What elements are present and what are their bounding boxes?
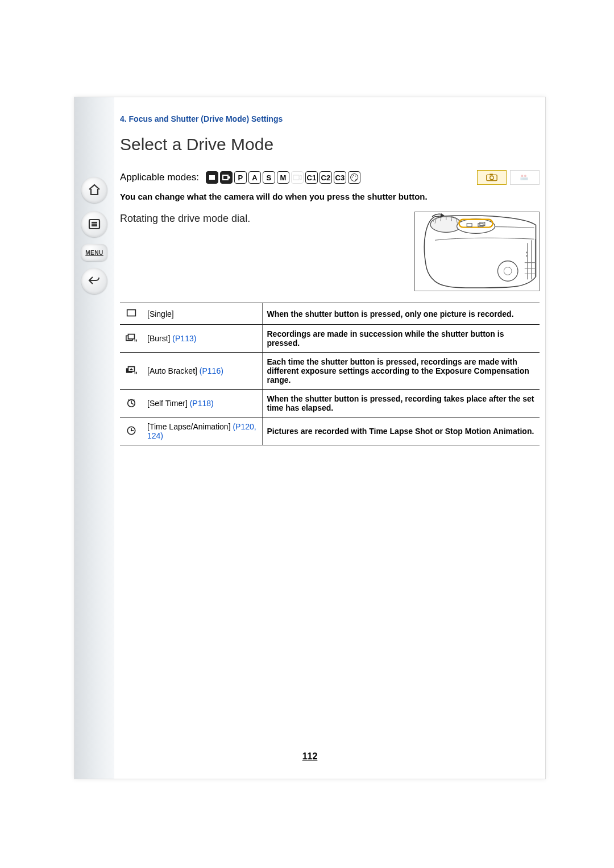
mode-m-icon: M [277, 171, 289, 184]
svg-rect-15 [521, 177, 523, 180]
manual-page: MENU 4. Focus and Shutter (Drive Mode) S… [74, 97, 546, 779]
nav-contents-button[interactable] [81, 211, 107, 237]
nav-home-button[interactable] [81, 177, 107, 203]
svg-point-51 [131, 429, 132, 431]
svg-rect-5 [293, 175, 299, 180]
single-icon [120, 303, 143, 325]
mode-name: [Burst] [147, 334, 170, 343]
table-row: [Single] When the shutter button is pres… [120, 303, 540, 325]
svg-rect-36 [127, 310, 136, 316]
page-ref-link[interactable]: (P116) [200, 366, 223, 375]
svg-line-47 [131, 403, 134, 404]
burst-icon [120, 325, 143, 353]
page-number: 112 [74, 751, 545, 762]
mode-movie-icon [291, 171, 304, 184]
page-content: 4. Focus and Shutter (Drive Mode) Settin… [120, 114, 540, 445]
table-row: [Auto Bracket] (P116) Each time the shut… [120, 353, 540, 390]
applicable-modes-label: Applicable modes: [120, 172, 199, 183]
nav-back-button[interactable] [81, 268, 107, 294]
step-text: Rotating the drive mode dial. [120, 212, 403, 225]
svg-point-13 [524, 175, 526, 177]
mode-iaplus-icon [220, 171, 233, 184]
mode-icons-group: P A S M C1 C2 C3 [206, 171, 360, 184]
svg-rect-11 [489, 174, 493, 176]
timer-icon [120, 390, 143, 418]
svg-point-35 [526, 255, 528, 257]
applicable-modes-row: Applicable modes: P A S M C1 C2 C3 [120, 170, 540, 185]
mode-name: [Single] [147, 309, 174, 319]
svg-point-34 [526, 251, 528, 253]
page-ref-link[interactable]: (P113) [172, 334, 196, 343]
page-title: Select a Drive Mode [120, 135, 540, 154]
mode-desc: Pictures are recorded with Time Lapse Sh… [262, 418, 540, 445]
timelapse-icon [120, 418, 143, 445]
back-arrow-icon [88, 274, 101, 288]
still-capture-icon [477, 170, 507, 185]
svg-point-7 [353, 175, 354, 176]
mode-name: [Time Lapse/Animation] [147, 422, 231, 431]
bracket-icon [120, 353, 143, 390]
svg-point-27 [457, 219, 495, 234]
svg-point-32 [497, 261, 517, 281]
svg-point-12 [521, 175, 523, 177]
svg-point-6 [352, 176, 353, 177]
video-capture-icon [510, 170, 540, 185]
instruction-row: Rotating the drive mode dial. [120, 212, 540, 291]
nav-menu-button[interactable]: MENU [81, 244, 107, 261]
dial-svg [415, 212, 539, 291]
mode-c1-icon: C1 [305, 171, 318, 184]
drive-modes-table: [Single] When the shutter button is pres… [120, 303, 540, 445]
svg-point-8 [355, 176, 356, 177]
mode-desc: Each time the shutter button is pressed,… [262, 353, 540, 390]
mode-name: [Auto Bracket] [147, 366, 197, 375]
list-icon [88, 217, 101, 231]
svg-point-10 [490, 176, 493, 179]
mode-p-icon: P [234, 171, 247, 184]
chapter-heading: 4. Focus and Shutter (Drive Mode) Settin… [120, 114, 540, 123]
page-ref-link[interactable]: (P118) [190, 399, 214, 408]
sidebar-band: MENU [74, 97, 114, 779]
mode-c2-icon: C2 [320, 171, 332, 184]
mode-a-icon: A [248, 171, 261, 184]
mode-ia-icon [206, 171, 218, 184]
mode-s-icon: S [263, 171, 275, 184]
mode-c3-icon: C3 [334, 171, 346, 184]
mode-desc: Recordings are made in succession while … [262, 325, 540, 353]
svg-rect-38 [128, 334, 135, 338]
intro-text: You can change what the camera will do w… [120, 192, 540, 201]
mode-creative-icon [348, 171, 360, 184]
table-row: [Burst] (P113) Recordings are made in su… [120, 325, 540, 353]
capture-mode-icons [477, 170, 540, 185]
drive-dial-illustration [414, 212, 540, 291]
mode-desc: When the shutter button is pressed, reco… [262, 390, 540, 418]
home-icon [88, 183, 101, 197]
mode-desc: When the shutter button is pressed, only… [262, 303, 540, 325]
mode-name: [Self Timer] [147, 399, 188, 408]
menu-label: MENU [85, 250, 103, 256]
table-row: [Self Timer] (P118) When the shutter but… [120, 390, 540, 418]
table-row: [Time Lapse/Animation] (P120, 124) Pictu… [120, 418, 540, 445]
